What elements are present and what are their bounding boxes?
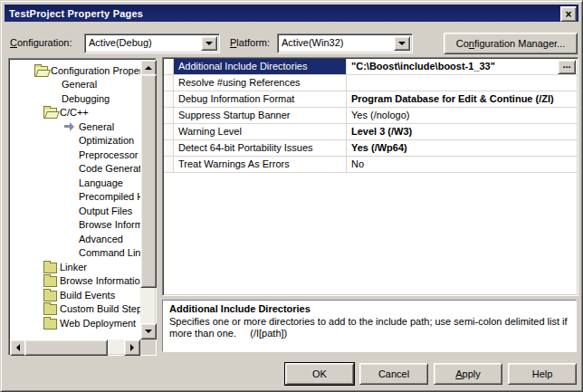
config-manager-label-rest: figuration Manager... [474,38,565,49]
tree-item-build-events[interactable]: Build Events [10,288,140,302]
scroll-right-button[interactable] [124,339,140,356]
tree-item-output-files[interactable]: Output Files [10,204,140,218]
tree-item-code-generation[interactable]: Code Generation [10,162,140,177]
tree-item-preprocessor[interactable]: Preprocessor [10,148,140,162]
property-name-cell[interactable]: Suppress Startup Banner [174,108,347,123]
property-value-cell[interactable]: Yes (/Wp64) [347,140,577,156]
category-tree-panel: Configuration PropertiesGeneralDebugging… [8,58,157,356]
tree-item-linker[interactable]: Linker [10,260,140,274]
close-button[interactable]: × [560,6,577,22]
property-row[interactable]: Additional Include Directories"C:\Boost\… [164,59,577,75]
tree-item-label: Build Events [60,290,115,301]
property-pages-dialog: TestProject Property Pages × Configurati… [0,0,583,392]
window-title: TestProject Property Pages [5,8,143,19]
tree-item-label: Linker [60,262,87,272]
cancel-button-label: Cancel [378,368,409,379]
apply-button[interactable]: Apply [434,363,502,385]
configuration-manager-button[interactable]: Configuration Manager... [444,33,578,54]
help-button-label: Help [532,368,553,379]
tree-item-debugging[interactable]: Debugging [10,91,140,106]
tree-item-advanced[interactable]: Advanced [10,232,140,246]
tree-item-language[interactable]: Language [10,176,140,190]
property-row[interactable]: Detect 64-bit Portability IssuesYes (/Wp… [164,140,577,157]
property-row[interactable]: Warning LevelLevel 3 (/W3) [164,124,577,140]
row-margin [164,140,174,156]
platform-select[interactable]: Active(Win32) [277,33,413,53]
folder-open-icon [34,66,48,77]
tree-item-browse-information[interactable]: Browse Information [10,274,140,289]
property-row[interactable]: Treat Warnings As ErrorsNo [164,157,577,173]
tree-body: Configuration PropertiesGeneralDebugging… [10,60,140,339]
vertical-scroll-thumb[interactable] [140,74,157,288]
tree-item-browse-information[interactable]: Browse Information [10,218,140,233]
tree-item-label: Precompiled Headers [79,191,140,202]
help-button[interactable]: Help [508,363,577,385]
property-value-cell[interactable]: Level 3 (/W3) [347,124,577,139]
arrow-left-icon [16,344,20,351]
tree-item-c-c-[interactable]: C/C++ [10,106,140,120]
tree-item-label: Code Generation [79,163,140,174]
tree-item-label: Web Deployment [60,318,136,329]
tree-item-general[interactable]: General [10,120,140,134]
folder-closed-icon [43,291,57,301]
cancel-button[interactable]: Cancel [359,363,428,385]
tree-vertical-scrollbar[interactable] [140,60,155,339]
tree-item-label: Debugging [62,93,110,104]
property-name-cell[interactable]: Detect 64-bit Portability Issues [174,140,347,156]
ellipsis-button[interactable]: ... [558,60,576,74]
arrow-up-icon [145,66,152,70]
property-row[interactable]: Suppress Startup BannerYes (/nologo) [164,108,577,124]
ok-button-label: OK [312,368,327,379]
property-name-cell[interactable]: Treat Warnings As Errors [174,157,347,172]
row-margin [164,108,174,123]
property-grid: Additional Include Directories"C:\Boost\… [162,57,578,296]
apply-button-label: Apply [455,368,481,379]
ok-button[interactable]: OK [285,363,354,385]
property-value-cell[interactable]: Program Database for Edit & Continue (/Z… [347,91,577,107]
scroll-down-button[interactable] [140,323,157,339]
property-row[interactable]: Debug Information FormatProgram Database… [164,91,577,108]
property-name-cell[interactable]: Additional Include Directories [174,59,347,74]
tree-item-configuration-properties[interactable]: Configuration Properties [10,63,140,78]
folder-closed-icon [43,276,57,287]
property-value-cell[interactable]: "C:\Boost\include\boost-1_33" [347,59,577,74]
folder-closed-icon [43,263,57,273]
tree-item-label: Preprocessor [79,149,138,160]
tree-item-precompiled-headers[interactable]: Precompiled Headers [10,190,140,205]
property-grid-body: Additional Include Directories"C:\Boost\… [164,59,577,294]
tree-item-optimization[interactable]: Optimization [10,134,140,148]
property-value-cell[interactable] [347,75,577,91]
arrow-down-icon [145,330,152,333]
platform-dropdown-button[interactable] [394,36,410,51]
apply-rest: pply [463,368,481,379]
property-name-cell[interactable]: Resolve #using References [174,75,347,91]
property-value-cell[interactable]: No [347,157,577,172]
row-margin [164,157,174,172]
tree-item-label: Browse Information [79,219,140,230]
close-icon: × [565,9,571,20]
property-name-cell[interactable]: Debug Information Format [174,91,347,107]
platform-selected-value: Active(Win32) [282,37,394,48]
tree-item-label: C/C++ [60,107,89,118]
scrollbar-corner [140,339,155,354]
tree-item-label: Language [79,177,123,188]
tree-item-custom-build-step[interactable]: Custom Build Step [10,302,140,317]
tree-item-web-deployment[interactable]: Web Deployment [10,316,140,330]
property-name-cell[interactable]: Warning Level [174,124,347,139]
property-value-cell[interactable]: Yes (/nologo) [347,108,577,123]
configuration-dropdown-button[interactable] [201,36,217,51]
description-title: Additional Include Directories [169,303,569,314]
title-bar[interactable]: TestProject Property Pages × [5,5,578,22]
folder-open-icon [43,108,57,119]
tree-horizontal-scrollbar[interactable] [10,339,140,354]
tree-item-label: Advanced [79,234,123,244]
chevron-down-icon [205,42,213,45]
tree-item-command-line[interactable]: Command Line [10,246,140,261]
property-row[interactable]: Resolve #using References [164,75,577,91]
current-page-arrow-icon [64,122,75,131]
horizontal-scroll-thumb[interactable] [24,339,108,356]
tree-item-general[interactable]: General [10,78,140,92]
folder-closed-icon [43,319,57,330]
configuration-select[interactable]: Active(Debug) [84,33,220,53]
chevron-down-icon [398,42,406,45]
